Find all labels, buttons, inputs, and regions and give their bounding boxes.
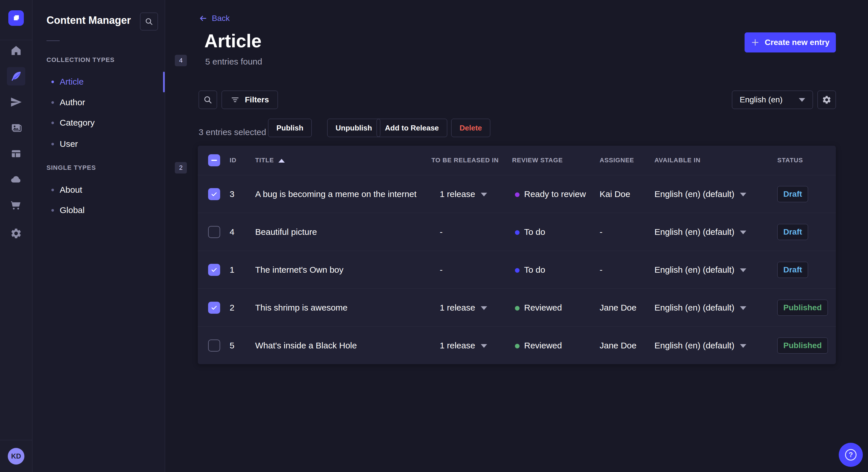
delete-button[interactable]: Delete [451,119,490,137]
cell-review-stage: To do [515,227,545,237]
content-manager-icon[interactable] [7,67,25,86]
bullet-icon [51,209,54,212]
stage-dot-icon [515,193,520,197]
cell-title: What's inside a Black Hole [255,341,357,350]
col-header-id[interactable]: ID [229,157,237,164]
chevron-down-icon [740,344,746,348]
release-dropdown[interactable]: 1 release [440,189,487,199]
content-type-builder-icon[interactable] [7,144,25,163]
single-types-count-badge: 2 [175,162,187,173]
locale-dropdown[interactable]: English (en) (default) [654,265,746,275]
release-dropdown[interactable]: 1 release [440,303,487,312]
locale-select[interactable]: English (en) [732,91,813,109]
create-new-entry-button[interactable]: Create new entry [745,32,836,53]
main-nav-rail: KD [0,0,32,472]
row-checkbox[interactable] [208,264,220,276]
stage-dot-icon [515,344,520,348]
sidebar-scrollbar-thumb[interactable] [163,72,165,92]
add-to-release-button[interactable]: Add to Release [377,119,447,137]
back-link[interactable]: Back [198,14,229,23]
cell-assignee: - [600,265,602,275]
sidebar-search-button[interactable] [140,12,158,30]
chevron-down-icon [740,306,746,310]
cell-id: 5 [229,341,235,350]
section-single-types: SINGLE TYPES [46,164,96,171]
status-badge: Draft [777,224,808,240]
page-title: Article [205,30,261,52]
status-badge: Draft [777,186,808,202]
chevron-down-icon [740,231,746,234]
help-button[interactable]: ? [839,443,863,467]
chevron-down-icon [740,268,746,272]
publish-button[interactable]: Publish [268,119,312,137]
table-row[interactable]: 2 This shrimp is awesome 1 release Revie… [198,289,836,326]
cell-id: 2 [229,303,235,312]
selection-count: 3 entries selected [198,127,266,137]
strapi-logo[interactable] [8,10,24,26]
row-checkbox[interactable] [208,339,220,351]
table-row[interactable]: 3 A bug is becoming a meme on the intern… [198,175,836,213]
stage-dot-icon [515,306,520,310]
sidebar-item-about[interactable]: About [32,181,165,198]
chevron-down-icon [799,98,805,102]
locale-dropdown[interactable]: English (en) (default) [654,303,746,312]
col-header-title[interactable]: TITLE [255,157,285,164]
locale-dropdown[interactable]: English (en) (default) [654,189,746,199]
settings-icon[interactable] [7,224,25,243]
cell-assignee: Jane Doe [600,341,637,350]
chevron-down-icon [740,193,746,196]
sidebar-item-global[interactable]: Global [32,202,165,219]
table-row[interactable]: 5 What's inside a Black Hole 1 release R… [198,326,836,364]
row-checkbox[interactable] [208,226,220,238]
collection-types-count-badge: 4 [175,55,187,66]
home-icon[interactable] [7,41,25,60]
avatar[interactable]: KD [8,448,24,465]
row-checkbox[interactable] [208,188,220,200]
release-dropdown[interactable]: 1 release [440,341,487,350]
stage-dot-icon [515,268,520,273]
chevron-down-icon [481,306,487,310]
table-header-row: ID TITLE TO BE RELEASED IN REVIEW STAGE … [198,146,836,175]
content-manager-sidebar: Content Manager COLLECTION TYPES 4 Artic… [32,0,165,472]
locale-dropdown[interactable]: English (en) (default) [654,341,746,350]
cell-title: The internet's Own boy [255,265,344,275]
unpublish-button[interactable]: Unpublish [327,119,380,137]
stage-dot-icon [515,230,520,235]
sidebar-item-user[interactable]: User [32,135,165,153]
cell-id: 3 [229,189,235,199]
col-header-assignee: ASSIGNEE [600,157,634,164]
sidebar-item-category[interactable]: Category [32,114,165,131]
marketplace-icon[interactable] [7,196,25,214]
chevron-down-icon [481,344,487,348]
select-all-checkbox[interactable] [208,154,220,166]
col-header-available: AVAILABLE IN [654,157,701,164]
locale-dropdown[interactable]: English (en) (default) [654,227,746,237]
cell-review-stage: To do [515,265,545,275]
table-row[interactable]: 1 The internet's Own boy - To do - Engli… [198,250,836,289]
cell-review-stage: Reviewed [515,303,562,312]
media-library-icon[interactable] [7,119,25,137]
bullet-icon [51,101,54,104]
cell-release: - [440,265,443,275]
bullet-icon [51,189,54,191]
sidebar-item-article[interactable]: Article [32,73,165,90]
bullet-icon [51,80,54,83]
col-header-release: TO BE RELEASED IN [431,157,499,164]
releases-icon[interactable] [7,93,25,111]
section-collection-types: COLLECTION TYPES [46,56,115,64]
list-settings-button[interactable] [817,91,836,109]
back-arrow-icon [198,14,207,23]
sidebar-item-author[interactable]: Author [32,94,165,111]
filters-button[interactable]: Filters [222,91,278,109]
cell-assignee: - [600,227,602,237]
sort-asc-icon [278,159,285,163]
cell-id: 4 [229,227,235,237]
rail-divider [0,40,32,40]
status-badge: Draft [777,262,808,278]
search-icon [144,17,154,26]
cloud-icon[interactable] [7,170,25,189]
table-row[interactable]: 4 Beautiful picture - To do - English (e… [198,213,836,250]
row-checkbox[interactable] [208,302,220,314]
status-badge: Published [777,300,828,316]
list-search-button[interactable] [198,91,217,109]
